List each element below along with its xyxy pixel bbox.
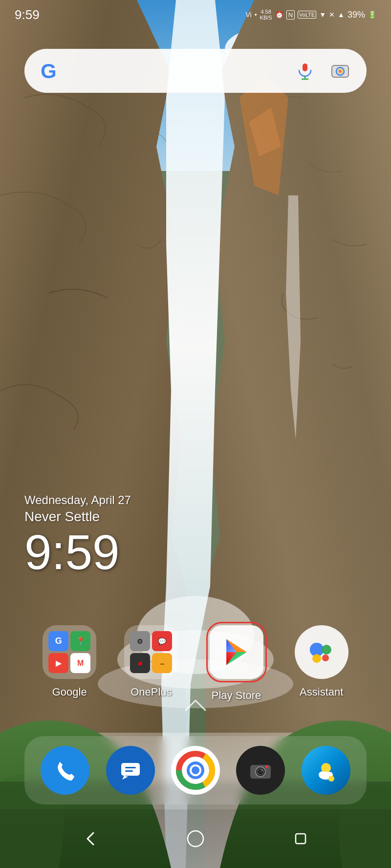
google-logo: G <box>38 58 64 84</box>
nav-bar <box>0 809 391 868</box>
swipe-up-indicator[interactable] <box>183 698 208 717</box>
svg-rect-30 <box>121 763 140 776</box>
google-folder-label: Google <box>52 686 87 699</box>
date-label: Wednesday, April 27 <box>24 493 131 507</box>
assistant-icon[interactable]: Assistant <box>295 625 348 699</box>
clock-display: 9:59 <box>24 528 131 576</box>
dock <box>24 736 367 804</box>
messages-dock-icon[interactable] <box>106 746 155 795</box>
signal-bars: ▲ <box>338 11 345 19</box>
google-folder-icon[interactable]: G 📍 ▶ M Google <box>43 625 96 699</box>
oneplus-folder[interactable]: ⚙ 💬 ■ – <box>124 625 178 679</box>
recents-button[interactable] <box>286 824 315 853</box>
svg-point-27 <box>322 645 331 655</box>
svg-rect-53 <box>296 834 305 844</box>
battery-icon: 🔋 <box>368 11 376 19</box>
oneplus-folder-icon[interactable]: ⚙ 💬 ■ – OnePlus <box>124 625 178 699</box>
home-button[interactable] <box>181 824 210 853</box>
weather-dock-icon[interactable] <box>302 746 350 795</box>
play-store-icon[interactable]: Play Store <box>206 622 267 702</box>
data-speed: 4.58KB/S <box>260 9 272 21</box>
play-store-label: Play Store <box>212 689 261 702</box>
volte-icon: VoLTE <box>298 11 316 19</box>
svg-point-29 <box>322 655 329 661</box>
svg-text:G: G <box>41 60 57 82</box>
datetime-widget: Wednesday, April 27 Never Settle 9:59 <box>24 493 131 576</box>
svg-point-45 <box>261 769 263 771</box>
signal-x-icon: ✕ <box>329 11 335 19</box>
lens-icon[interactable] <box>327 58 353 84</box>
svg-point-46 <box>265 765 268 768</box>
svg-point-52 <box>188 831 203 847</box>
tagline-label: Never Settle <box>24 509 131 525</box>
dot-notification: • <box>255 11 257 19</box>
svg-point-49 <box>319 771 326 778</box>
battery-percent: 39% <box>348 10 365 20</box>
assistant-label: Assistant <box>300 686 343 699</box>
microphone-icon[interactable] <box>292 58 318 84</box>
phone-dock-icon[interactable] <box>41 746 89 795</box>
nfc-icon: N <box>286 10 295 20</box>
alarm-icon: ⏰ <box>275 11 283 19</box>
chrome-dock-icon[interactable] <box>171 746 220 795</box>
google-folder[interactable]: G 📍 ▶ M <box>43 625 96 679</box>
google-search-bar[interactable]: G <box>24 49 367 93</box>
svg-point-18 <box>339 70 342 73</box>
oneplus-folder-label: OnePlus <box>130 686 172 699</box>
play-store-circle[interactable] <box>210 625 263 679</box>
carrier-icon: Vi <box>245 11 251 19</box>
svg-marker-31 <box>122 776 128 780</box>
camera-dock-icon[interactable] <box>236 746 285 795</box>
play-store-highlight-box <box>206 622 267 682</box>
svg-point-40 <box>192 766 199 774</box>
svg-rect-32 <box>125 767 136 768</box>
status-icons-group: Vi • 4.58KB/S ⏰ N VoLTE ▼ ✕ ▲ 39% 🔋 <box>245 9 376 21</box>
back-button[interactable] <box>76 824 105 853</box>
assistant-circle[interactable] <box>295 625 348 679</box>
svg-point-51 <box>328 776 334 782</box>
app-grid: G 📍 ▶ M Google ⚙ 💬 ■ <box>0 622 391 702</box>
svg-rect-33 <box>125 770 133 772</box>
svg-rect-12 <box>303 64 307 71</box>
svg-point-28 <box>312 654 321 663</box>
status-time: 9:59 <box>15 7 40 22</box>
wifi-icon: ▼ <box>319 11 326 19</box>
status-bar: 9:59 Vi • 4.58KB/S ⏰ N VoLTE ▼ ✕ ▲ 39% 🔋 <box>0 0 391 29</box>
